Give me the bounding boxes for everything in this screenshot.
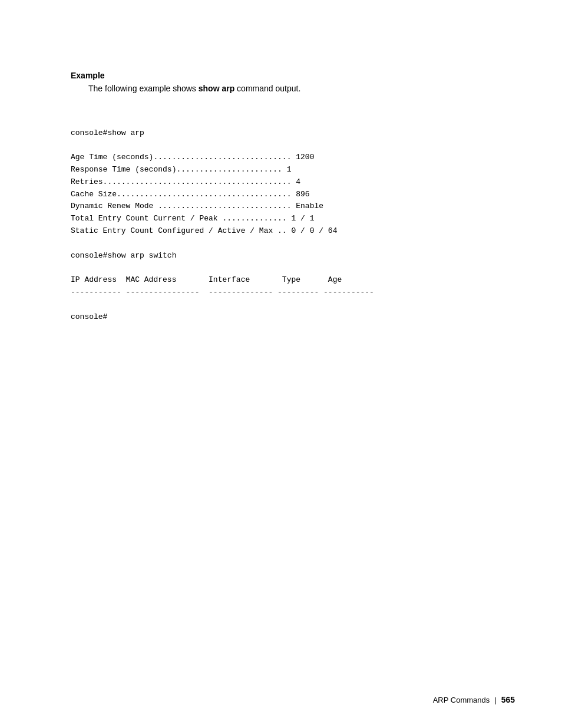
code-block: console#show arp Age Time (seconds).....… (71, 103, 515, 323)
code-line (71, 139, 515, 151)
description-suffix: command output. (234, 84, 300, 93)
code-line: Dynamic Renew Mode .....................… (71, 200, 515, 213)
example-heading: Example (71, 71, 515, 80)
description-prefix: The following example shows (88, 84, 199, 93)
code-line: Cache Size..............................… (71, 189, 515, 201)
code-line: ----------- ---------------- -----------… (71, 286, 515, 299)
code-line: IP Address MAC Address Interface Type Ag… (71, 274, 515, 286)
page-container: Example The following example shows show… (0, 0, 562, 728)
example-section: Example The following example shows show… (71, 71, 515, 323)
code-line: Static Entry Count Configured / Active /… (71, 225, 515, 238)
code-line: console# (71, 311, 515, 324)
code-line (71, 262, 515, 274)
footer-page: 565 (501, 695, 515, 704)
code-line (71, 238, 515, 250)
code-line: Response Time (seconds).................… (71, 164, 515, 176)
footer-label: ARP Commands (433, 696, 490, 704)
example-description: The following example shows show arp com… (71, 84, 515, 93)
description-bold: show arp (199, 84, 234, 93)
code-line: Age Time (seconds)......................… (71, 151, 515, 164)
code-line: console#show arp (71, 127, 515, 140)
footer-divider: | (494, 696, 496, 704)
code-line (71, 299, 515, 311)
code-line: console#show arp switch (71, 250, 515, 262)
page-footer: ARP Commands | 565 (433, 695, 515, 704)
code-line: Retries.................................… (71, 176, 515, 189)
code-line: Total Entry Count Current / Peak .......… (71, 213, 515, 225)
